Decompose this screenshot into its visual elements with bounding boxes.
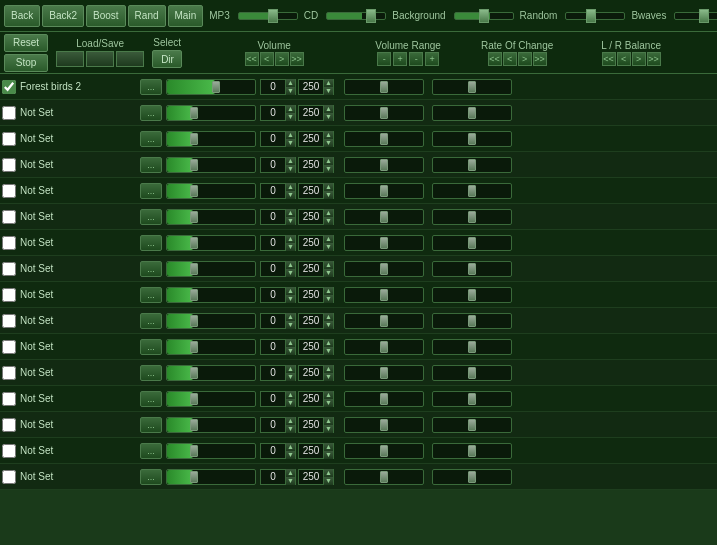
range-max-down[interactable]: ▼	[324, 87, 333, 95]
lr-slider-container[interactable]	[432, 209, 512, 225]
range-min-down[interactable]: ▼	[286, 191, 295, 199]
main-button[interactable]: Main	[168, 5, 204, 27]
range-max-down[interactable]: ▼	[324, 347, 333, 355]
lr-slider-container[interactable]	[432, 105, 512, 121]
rate-arrow-lleft[interactable]: <<	[488, 52, 502, 66]
range-max-down[interactable]: ▼	[324, 399, 333, 407]
lr-slider-container[interactable]	[432, 365, 512, 381]
lr-slider-container[interactable]	[432, 183, 512, 199]
range-plus2[interactable]: +	[425, 52, 439, 66]
range-max-up[interactable]: ▲	[324, 365, 333, 373]
rate-slider-container[interactable]	[344, 157, 424, 173]
range-max-down[interactable]: ▼	[324, 165, 333, 173]
range-max-up[interactable]: ▲	[324, 183, 333, 191]
load-btn3[interactable]	[116, 51, 144, 67]
track-checkbox[interactable]	[2, 288, 16, 302]
rate-slider-container[interactable]	[344, 183, 424, 199]
track-menu-btn[interactable]: ...	[140, 365, 162, 381]
rate-slider-container[interactable]	[344, 365, 424, 381]
lr-slider-container[interactable]	[432, 339, 512, 355]
vol-slider-container[interactable]	[166, 235, 256, 251]
track-checkbox[interactable]	[2, 366, 16, 380]
range-max-val[interactable]	[299, 263, 323, 274]
range-max-val[interactable]	[299, 237, 323, 248]
range-min-down[interactable]: ▼	[286, 347, 295, 355]
track-checkbox[interactable]	[2, 444, 16, 458]
load-btn1[interactable]	[56, 51, 84, 67]
range-max-val[interactable]	[299, 133, 323, 144]
rate-slider-container[interactable]	[344, 339, 424, 355]
range-min-val[interactable]	[261, 289, 285, 300]
track-menu-btn[interactable]: ...	[140, 391, 162, 407]
vol-slider-container[interactable]	[166, 183, 256, 199]
track-checkbox[interactable]	[2, 392, 16, 406]
vol-slider-container[interactable]	[166, 365, 256, 381]
range-min-val[interactable]	[261, 159, 285, 170]
track-checkbox[interactable]	[2, 184, 16, 198]
rate-slider-container[interactable]	[344, 443, 424, 459]
range-max-val[interactable]	[299, 289, 323, 300]
lr-slider-container[interactable]	[432, 469, 512, 485]
lr-slider-container[interactable]	[432, 313, 512, 329]
range-max-down[interactable]: ▼	[324, 477, 333, 485]
lr-slider-container[interactable]	[432, 131, 512, 147]
track-menu-btn[interactable]: ...	[140, 235, 162, 251]
range-min-up[interactable]: ▲	[286, 131, 295, 139]
track-menu-btn[interactable]: ...	[140, 287, 162, 303]
range-min-down[interactable]: ▼	[286, 477, 295, 485]
track-checkbox[interactable]	[2, 210, 16, 224]
range-min-val[interactable]	[261, 341, 285, 352]
rate-slider-container[interactable]	[344, 391, 424, 407]
reset-button[interactable]: Reset	[4, 34, 48, 52]
boost-button[interactable]: Boost	[86, 5, 126, 27]
range-min-val[interactable]	[261, 367, 285, 378]
rate-slider-container[interactable]	[344, 417, 424, 433]
range-min-down[interactable]: ▼	[286, 217, 295, 225]
range-min-down[interactable]: ▼	[286, 373, 295, 381]
range-min-down[interactable]: ▼	[286, 139, 295, 147]
range-max-up[interactable]: ▲	[324, 105, 333, 113]
track-menu-btn[interactable]: ...	[140, 417, 162, 433]
range-min-val[interactable]	[261, 315, 285, 326]
range-min-up[interactable]: ▲	[286, 261, 295, 269]
vol-slider-container[interactable]	[166, 131, 256, 147]
bwaves-slider[interactable]	[674, 12, 717, 20]
rate-slider-container[interactable]	[344, 105, 424, 121]
track-menu-btn[interactable]: ...	[140, 105, 162, 121]
rate-slider-container[interactable]	[344, 235, 424, 251]
range-max-down[interactable]: ▼	[324, 191, 333, 199]
track-checkbox[interactable]	[2, 262, 16, 276]
range-min-down[interactable]: ▼	[286, 295, 295, 303]
dir-button[interactable]: Dir	[152, 50, 182, 68]
range-max-val[interactable]	[299, 185, 323, 196]
track-menu-btn[interactable]: ...	[140, 339, 162, 355]
range-max-down[interactable]: ▼	[324, 269, 333, 277]
track-checkbox[interactable]	[2, 106, 16, 120]
vol-arrow-left[interactable]: <	[260, 52, 274, 66]
range-min-down[interactable]: ▼	[286, 425, 295, 433]
range-max-up[interactable]: ▲	[324, 313, 333, 321]
range-min-val[interactable]	[261, 419, 285, 430]
range-max-down[interactable]: ▼	[324, 451, 333, 459]
range-max-up[interactable]: ▲	[324, 391, 333, 399]
lr-slider-container[interactable]	[432, 261, 512, 277]
lr-arrow-rright[interactable]: >>	[647, 52, 661, 66]
range-min-down[interactable]: ▼	[286, 269, 295, 277]
range-max-val[interactable]	[299, 341, 323, 352]
range-minus[interactable]: -	[377, 52, 391, 66]
range-max-down[interactable]: ▼	[324, 217, 333, 225]
range-min-val[interactable]	[261, 211, 285, 222]
vol-slider-container[interactable]	[166, 391, 256, 407]
lr-slider-container[interactable]	[432, 417, 512, 433]
track-checkbox[interactable]	[2, 158, 16, 172]
range-max-up[interactable]: ▲	[324, 469, 333, 477]
lr-arrow-right[interactable]: >	[632, 52, 646, 66]
lr-arrow-left[interactable]: <	[617, 52, 631, 66]
range-min-up[interactable]: ▲	[286, 183, 295, 191]
range-min-up[interactable]: ▲	[286, 313, 295, 321]
mp3-slider[interactable]	[238, 12, 298, 20]
lr-slider-container[interactable]	[432, 287, 512, 303]
range-min-down[interactable]: ▼	[286, 321, 295, 329]
load-btn2[interactable]	[86, 51, 114, 67]
range-min-up[interactable]: ▲	[286, 443, 295, 451]
